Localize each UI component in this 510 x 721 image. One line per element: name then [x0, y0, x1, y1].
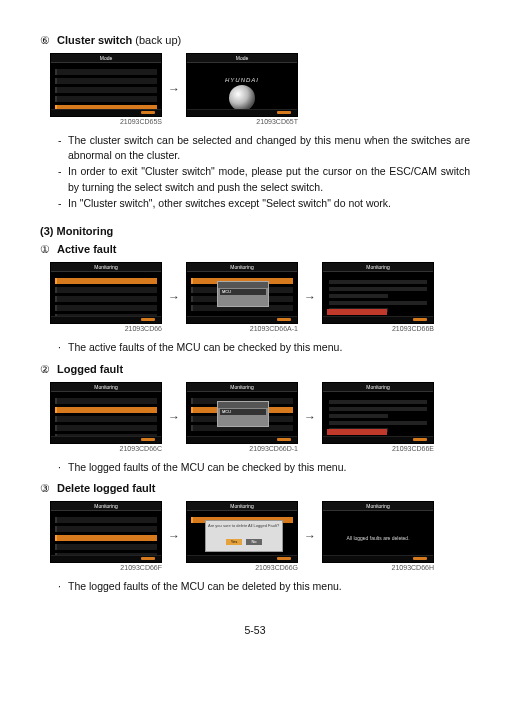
arrow-icon: →: [302, 410, 318, 424]
cluster-figure-row: Mode 21093CD65S → Mode HYUNDAI 21093CD65…: [50, 53, 470, 125]
section-delete-title: ③ Delete logged fault: [40, 482, 470, 495]
figure-cluster-1: Mode 21093CD65S: [50, 53, 162, 125]
delete-figure-row: Monitoring 21093CD66F → Monitoring Are y…: [50, 501, 470, 571]
section-title-rest: (back up): [135, 34, 181, 46]
arrow-icon: →: [166, 82, 182, 96]
arrow-icon: →: [166, 290, 182, 304]
page-number: 5-53: [40, 624, 470, 636]
figure-caption: 21093CD65S: [120, 118, 162, 125]
figure-logged-1: Monitoring 21093CD66C: [50, 382, 162, 452]
arrow-icon: →: [166, 410, 182, 424]
dial-icon: [229, 85, 255, 111]
confirm-dialog: Are you sure to delete All Logged Fault?…: [205, 520, 283, 552]
figure-logged-2: Monitoring MCU 21093CD66D-1: [186, 382, 298, 452]
bullet-item: In "Cluster switch", other switches exce…: [58, 196, 470, 211]
section-active-title: ① Active fault: [40, 243, 470, 256]
figure-cluster-2: Mode HYUNDAI 21093CD65T: [186, 53, 298, 125]
active-figure-row: Monitoring 21093CD66 → Monitoring MCU 21…: [50, 262, 470, 332]
figure-logged-3: Monitoring 21093CD66E: [322, 382, 434, 452]
section-num: ①: [40, 243, 54, 256]
section-logged-title: ② Logged fault: [40, 363, 470, 376]
figure-delete-1: Monitoring 21093CD66F: [50, 501, 162, 571]
monitoring-heading: (3) Monitoring: [40, 225, 470, 237]
arrow-icon: →: [166, 529, 182, 543]
figure-delete-3: Monitoring All logged faults are deleted…: [322, 501, 434, 571]
section-title-bold: Cluster switch: [57, 34, 132, 46]
section-title-bold: Active fault: [57, 243, 116, 255]
delete-note: The logged faults of the MCU can be dele…: [58, 579, 470, 594]
figure-active-1: Monitoring 21093CD66: [50, 262, 162, 332]
yes-button: Yes: [226, 539, 242, 545]
arrow-icon: →: [302, 290, 318, 304]
bullet-item: The cluster switch can be selected and c…: [58, 133, 470, 163]
logged-figure-row: Monitoring 21093CD66C → Monitoring MCU 2…: [50, 382, 470, 452]
active-note: The active faults of the MCU can be chec…: [58, 340, 470, 355]
figure-active-2: Monitoring MCU 21093CD66A-1: [186, 262, 298, 332]
arrow-icon: →: [302, 529, 318, 543]
section-cluster-title: ⑥ Cluster switch (back up): [40, 34, 470, 47]
cluster-bullets: The cluster switch can be selected and c…: [58, 133, 470, 211]
bullet-item: In order to exit "Cluster switch" mode, …: [58, 164, 470, 194]
logged-note: The logged faults of the MCU can be chec…: [58, 460, 470, 475]
no-button: No: [246, 539, 262, 545]
section-num: ⑥: [40, 34, 54, 47]
figure-delete-2: Monitoring Are you sure to delete All Lo…: [186, 501, 298, 571]
screenshot-titlebar: Mode: [187, 54, 297, 63]
brand-logo: HYUNDAI: [225, 77, 259, 83]
figure-active-3: Monitoring 21093CD66B: [322, 262, 434, 332]
screenshot-titlebar: Mode: [51, 54, 161, 63]
figure-caption: 21093CD65T: [256, 118, 298, 125]
